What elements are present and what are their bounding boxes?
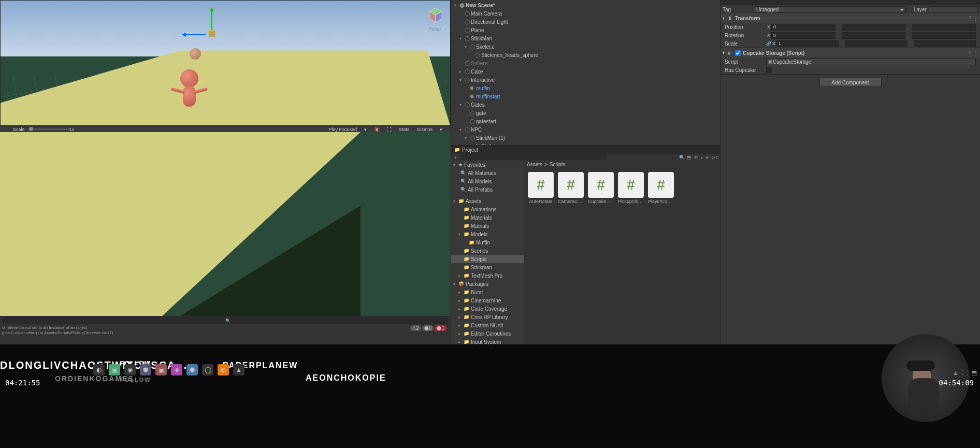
asset-folder[interactable]: ▸📁TextMesh Pro bbox=[451, 271, 524, 280]
script-file[interactable]: #CupcakeSt... bbox=[588, 172, 614, 204]
hierarchy-item[interactable]: ▾◯NPC bbox=[451, 125, 720, 134]
hierarchy-item[interactable]: ⬣muffinstart bbox=[451, 92, 720, 100]
pos-y[interactable] bbox=[842, 24, 906, 31]
app-icon[interactable]: ◉ bbox=[124, 364, 136, 375]
hierarchy-item[interactable]: ◯gate bbox=[451, 109, 720, 117]
script-file[interactable]: #PickupObs... bbox=[618, 172, 644, 204]
hascupcake-checkbox[interactable] bbox=[766, 67, 772, 73]
package-folder[interactable]: ▸📁Universal RP bbox=[451, 429, 524, 437]
package-folder[interactable]: ▸📁Editor Coroutines bbox=[451, 329, 524, 338]
package-folder[interactable]: ▸📁Visual Scripting bbox=[451, 445, 524, 448]
warning-badge[interactable]: ⚠2 bbox=[410, 325, 421, 331]
tray-icon[interactable]: ⛶ bbox=[962, 369, 968, 377]
hierarchy-item[interactable]: ◯Main Camera bbox=[451, 9, 720, 18]
layer-dropdown[interactable] bbox=[929, 6, 978, 13]
info-badge[interactable]: ⬤0 bbox=[422, 325, 434, 331]
package-folder[interactable]: ▸📁Code Coverage bbox=[451, 305, 524, 313]
tag-dropdown[interactable]: Untagged▾ bbox=[754, 6, 906, 13]
stats-button[interactable]: Stats bbox=[399, 127, 410, 132]
asset-folder[interactable]: 📁Scripts bbox=[451, 255, 524, 263]
hierarchy-item[interactable]: ◯Stickman_heads_sphere bbox=[451, 51, 720, 59]
asset-folder[interactable]: 📁Materials bbox=[451, 213, 524, 222]
hierarchy-item[interactable]: ▸◯Cake bbox=[451, 67, 720, 76]
scene-root[interactable]: ▾⬤ New Scene* bbox=[451, 1, 720, 9]
asset-folder[interactable]: 📁Stickman bbox=[451, 263, 524, 271]
app-icon[interactable]: ▲ bbox=[233, 364, 244, 375]
rot-x[interactable]: 0 bbox=[771, 32, 835, 39]
console-search[interactable] bbox=[2, 317, 449, 324]
hierarchy-item[interactable]: ▾◯Interactive bbox=[451, 76, 720, 84]
script-file[interactable]: #AutoRotate bbox=[528, 172, 554, 204]
package-folder[interactable]: ▸📁Cinemachine bbox=[451, 296, 524, 305]
scl-x[interactable]: 1 bbox=[776, 40, 839, 47]
app-icon[interactable]: ◐ bbox=[218, 364, 229, 375]
asset-folder[interactable]: 📁Scenes bbox=[451, 247, 524, 255]
app-icon[interactable]: ▣ bbox=[109, 364, 120, 375]
app-icon[interactable]: ▣ bbox=[155, 364, 167, 375]
hierarchy-item[interactable]: ◯Sphere bbox=[451, 59, 720, 67]
breadcrumb[interactable]: Assets>Scripts bbox=[524, 161, 720, 168]
eye-icon[interactable]: 👁 bbox=[694, 155, 698, 160]
app-icon[interactable]: ⬢ bbox=[140, 364, 151, 375]
hidden-icon[interactable]: ⊘7 bbox=[711, 155, 718, 160]
package-folder[interactable]: ▸📁Core RP Library bbox=[451, 313, 524, 321]
script-header[interactable]: ▾# Cupcake Storage (Script) ? ⋮ bbox=[720, 48, 980, 57]
asset-folder[interactable]: 📁Animations bbox=[451, 205, 524, 213]
console-line[interactable]: gine.Collider other) (at Assets/Scripts/… bbox=[2, 330, 449, 336]
console-line[interactable]: ct reference not set to an instance of a… bbox=[2, 325, 449, 330]
hierarchy-item[interactable]: ▾◯Gates bbox=[451, 100, 720, 109]
hierarchy-item[interactable]: ◯Directional Light bbox=[451, 18, 720, 26]
assets-folder[interactable]: ▾📁Assets bbox=[451, 197, 524, 205]
package-folder[interactable]: ▸📁Settings Manager bbox=[451, 379, 524, 387]
project-tab[interactable]: Project bbox=[451, 146, 720, 154]
package-folder[interactable]: ▸📁Searcher bbox=[451, 371, 524, 379]
add-component-button[interactable]: Add Component bbox=[819, 78, 882, 87]
error-badge[interactable]: ⬤1 bbox=[435, 325, 446, 331]
hierarchy-item[interactable]: ▾◯StickMan bbox=[451, 34, 720, 42]
scale-slider[interactable] bbox=[28, 128, 69, 130]
app-icon[interactable]: ◈ bbox=[171, 364, 182, 375]
asset-folder[interactable]: 📁Muffin bbox=[451, 238, 524, 247]
script-file[interactable]: #CameraCo... bbox=[558, 172, 584, 204]
gizmos-button[interactable]: Gizmos bbox=[416, 127, 433, 132]
maximize-icon[interactable]: ⛶ bbox=[387, 127, 392, 132]
scl-y[interactable] bbox=[845, 40, 907, 47]
project-search[interactable] bbox=[460, 154, 607, 160]
fav-item[interactable]: 🔍All Materials bbox=[451, 169, 524, 177]
hierarchy-item[interactable]: ▾◯StickMan (1) bbox=[451, 134, 720, 142]
package-folder[interactable]: ▸📁Mathematics bbox=[451, 354, 524, 363]
asset-folder[interactable]: 📁Matrials bbox=[451, 222, 524, 230]
app-icon[interactable]: ⬣ bbox=[186, 364, 198, 375]
package-folder[interactable]: ▸📁Test Framework bbox=[451, 396, 524, 404]
rot-y[interactable] bbox=[842, 32, 906, 39]
tray-icon[interactable]: ⬒ bbox=[971, 369, 977, 377]
star-icon[interactable]: ★ bbox=[705, 155, 709, 160]
fav-item[interactable]: 🔍All Prefabs bbox=[451, 185, 524, 194]
asset-folder[interactable]: ▾📁Models bbox=[451, 230, 524, 238]
hierarchy-item[interactable]: ▾◯Skelet.c bbox=[451, 42, 720, 51]
filter-icon[interactable]: ⬒ bbox=[687, 155, 691, 160]
play-focused-dropdown[interactable]: Play Focused bbox=[328, 127, 357, 132]
package-folder[interactable]: ▸📁Profile Analyzer bbox=[451, 363, 524, 371]
tray-icon[interactable]: ▲ bbox=[953, 369, 959, 377]
favorites[interactable]: ▾★Favorites bbox=[451, 161, 524, 169]
script-file[interactable]: #PlayerCont... bbox=[648, 172, 674, 204]
package-folder[interactable]: ▸📁Timeline bbox=[451, 412, 524, 421]
packages-folder[interactable]: ▾📦Packages bbox=[451, 280, 524, 288]
scl-z[interactable] bbox=[914, 40, 976, 47]
pos-x[interactable]: 0 bbox=[771, 24, 835, 31]
search-icon[interactable]: 🔍 bbox=[679, 155, 685, 160]
mute-icon[interactable]: 🔇 bbox=[374, 127, 380, 132]
hierarchy-item[interactable]: ◯Plane bbox=[451, 26, 720, 34]
package-folder[interactable]: ▸📁Custom NUnit bbox=[451, 321, 524, 329]
hierarchy-item[interactable]: ◯gatestart bbox=[451, 117, 720, 125]
hierarchy-item[interactable]: ⬣muffin bbox=[451, 84, 720, 92]
app-icon[interactable]: ◐ bbox=[93, 364, 105, 375]
view-gizmo[interactable] bbox=[426, 6, 445, 24]
package-folder[interactable]: ▸📁JetBrains Rider Editor bbox=[451, 346, 524, 354]
package-folder[interactable]: ▸📁Burst bbox=[451, 288, 524, 296]
app-icon[interactable]: ◯ bbox=[202, 364, 213, 375]
link-icon[interactable]: 🔗 bbox=[766, 41, 771, 46]
pos-z[interactable] bbox=[912, 24, 976, 31]
transform-header[interactable]: ▾⬇ Transform ? ⋮ bbox=[720, 13, 980, 23]
